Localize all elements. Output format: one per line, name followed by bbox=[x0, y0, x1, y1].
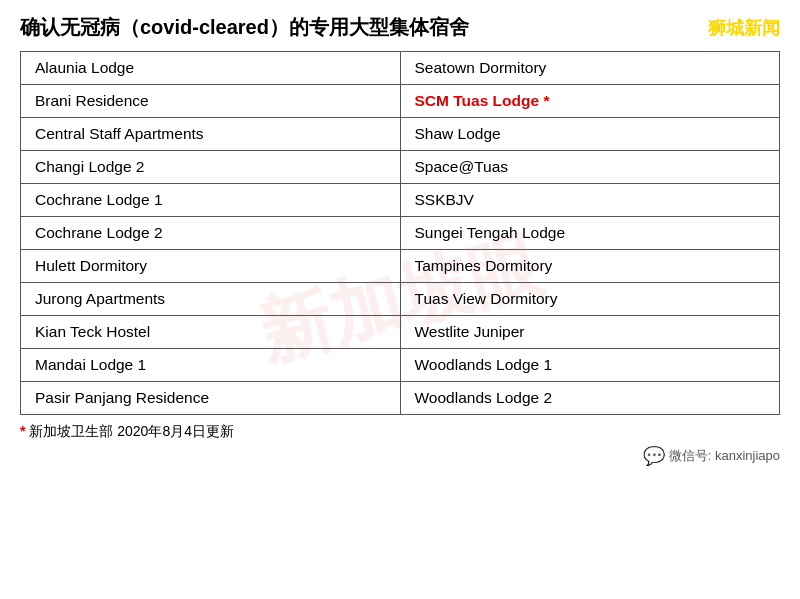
page-title: 确认无冠病（covid-cleared）的专用大型集体宿舍 bbox=[20, 14, 469, 41]
table-cell-right: Space@Tuas bbox=[400, 151, 780, 184]
table-cell-left: Cochrane Lodge 2 bbox=[21, 217, 401, 250]
table-row: Brani ResidenceSCM Tuas Lodge * bbox=[21, 85, 780, 118]
footer-text: 新加坡卫生部 2020年8月4日更新 bbox=[29, 423, 234, 439]
page-container: 新加坡眼 确认无冠病（covid-cleared）的专用大型集体宿舍 狮城新闻 … bbox=[0, 0, 800, 599]
table-row: Alaunia LodgeSeatown Dormitory bbox=[21, 52, 780, 85]
brand-label: 狮城新闻 bbox=[708, 16, 780, 40]
table-cell-left: Pasir Panjang Residence bbox=[21, 382, 401, 415]
table-cell-left: Changi Lodge 2 bbox=[21, 151, 401, 184]
table-cell-left: Kian Teck Hostel bbox=[21, 316, 401, 349]
table-cell-right: Woodlands Lodge 1 bbox=[400, 349, 780, 382]
wechat-label: 微信号: kanxinjiapo bbox=[669, 447, 780, 465]
table-cell-right: Seatown Dormitory bbox=[400, 52, 780, 85]
table-cell-left: Brani Residence bbox=[21, 85, 401, 118]
table-cell-left: Jurong Apartments bbox=[21, 283, 401, 316]
table-cell-right: Tampines Dormitory bbox=[400, 250, 780, 283]
table-cell-right: Westlite Juniper bbox=[400, 316, 780, 349]
table-row: Mandai Lodge 1Woodlands Lodge 1 bbox=[21, 349, 780, 382]
table-row: Cochrane Lodge 2Sungei Tengah Lodge bbox=[21, 217, 780, 250]
wechat-row: 💬 微信号: kanxinjiapo bbox=[20, 445, 780, 467]
table-row: Central Staff ApartmentsShaw Lodge bbox=[21, 118, 780, 151]
footer-star: * bbox=[20, 423, 29, 439]
table-row: Hulett DormitoryTampines Dormitory bbox=[21, 250, 780, 283]
table-cell-right: SCM Tuas Lodge * bbox=[400, 85, 780, 118]
footer: * 新加坡卫生部 2020年8月4日更新 bbox=[20, 423, 780, 441]
table-cell-left: Hulett Dormitory bbox=[21, 250, 401, 283]
table-row: Cochrane Lodge 1SSKBJV bbox=[21, 184, 780, 217]
header-row: 确认无冠病（covid-cleared）的专用大型集体宿舍 狮城新闻 bbox=[20, 14, 780, 41]
table-cell-right: SSKBJV bbox=[400, 184, 780, 217]
table-cell-right: Tuas View Dormitory bbox=[400, 283, 780, 316]
table-cell-right: Shaw Lodge bbox=[400, 118, 780, 151]
table-row: Jurong ApartmentsTuas View Dormitory bbox=[21, 283, 780, 316]
table-cell-left: Alaunia Lodge bbox=[21, 52, 401, 85]
table-row: Changi Lodge 2Space@Tuas bbox=[21, 151, 780, 184]
wechat-icon: 💬 bbox=[643, 445, 665, 467]
table-cell-right: Sungei Tengah Lodge bbox=[400, 217, 780, 250]
table-cell-left: Cochrane Lodge 1 bbox=[21, 184, 401, 217]
dormitory-table: Alaunia LodgeSeatown DormitoryBrani Resi… bbox=[20, 51, 780, 415]
table-cell-left: Central Staff Apartments bbox=[21, 118, 401, 151]
table-cell-right: Woodlands Lodge 2 bbox=[400, 382, 780, 415]
table-row: Pasir Panjang ResidenceWoodlands Lodge 2 bbox=[21, 382, 780, 415]
table-cell-left: Mandai Lodge 1 bbox=[21, 349, 401, 382]
table-row: Kian Teck HostelWestlite Juniper bbox=[21, 316, 780, 349]
